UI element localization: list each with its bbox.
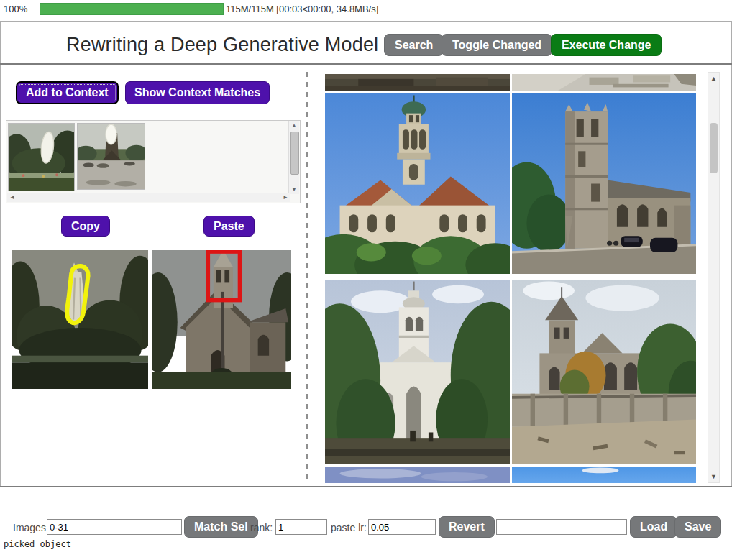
rank-input[interactable] (275, 519, 327, 535)
images-label: Images (13, 522, 46, 533)
scroll-up-icon[interactable]: ▲ (708, 75, 719, 82)
header-divider (0, 63, 732, 65)
generated-image-r2c2[interactable] (512, 93, 696, 274)
scroll-right-icon[interactable]: ► (281, 193, 290, 202)
generated-image-r3c1[interactable] (325, 280, 510, 464)
search-button[interactable]: Search (384, 34, 444, 56)
save-button[interactable]: Save (674, 516, 721, 538)
context-strip-vertical-scrollbar[interactable]: ▲ ▼ (288, 121, 299, 194)
progress-detail: 115M/115M [00:03<00:00, 34.8MB/s] (226, 4, 378, 14)
progress-bar (40, 3, 224, 15)
results-vertical-scrollbar[interactable]: ▲ ▼ (708, 72, 720, 483)
scroll-up-icon[interactable]: ▲ (289, 123, 299, 129)
copy-button[interactable]: Copy (61, 216, 110, 237)
app-window: 100% 115M/115M [00:03<00:00, 34.8MB/s] R… (0, 0, 732, 560)
status-text: picked object (4, 539, 71, 549)
paste-lr-input[interactable] (368, 519, 436, 535)
match-sel-button[interactable]: Match Sel (184, 516, 258, 538)
context-thumbnail-strip: ▲ ▼ ◄ ► (6, 120, 301, 203)
revert-button[interactable]: Revert (439, 516, 495, 538)
generated-image-r1c2[interactable] (512, 74, 696, 91)
page-title: Rewriting a Deep Generative Model (66, 34, 378, 56)
paste-target-image[interactable] (152, 250, 291, 389)
context-strip-scroll-thumb[interactable] (290, 132, 299, 175)
generated-image-r3c2[interactable] (512, 280, 696, 464)
progress-bar-fill (40, 3, 224, 15)
add-to-context-button[interactable]: Add to Context (16, 81, 119, 104)
generated-image-r4c2[interactable] (512, 467, 696, 483)
show-context-matches-button[interactable]: Show Context Matches (125, 81, 270, 104)
rank-label: rank: (250, 522, 273, 533)
download-progress: 100% 115M/115M [00:03<00:00, 34.8MB/s] (0, 0, 732, 19)
generated-image-r4c1[interactable] (325, 467, 510, 483)
scroll-down-icon[interactable]: ▼ (289, 187, 299, 193)
copy-source-image[interactable] (12, 250, 148, 389)
generated-image-r2c1[interactable] (325, 93, 510, 274)
generated-image-r1c1[interactable] (325, 74, 510, 91)
context-strip-horizontal-scrollbar[interactable]: ◄ ► (7, 193, 290, 202)
bottom-divider (0, 486, 732, 487)
progress-percent: 100% (4, 4, 27, 14)
load-button[interactable]: Load (630, 516, 677, 538)
scroll-down-icon[interactable]: ▼ (708, 473, 719, 480)
paste-button[interactable]: Paste (203, 216, 255, 237)
context-thumbnail-1[interactable] (8, 123, 75, 191)
execute-change-button[interactable]: Execute Change (551, 34, 662, 56)
scroll-left-icon[interactable]: ◄ (8, 193, 17, 202)
results-scroll-thumb[interactable] (710, 123, 718, 173)
file-name-input[interactable] (496, 519, 627, 535)
paste-lr-label: paste lr: (331, 522, 367, 533)
context-thumbnail-2[interactable] (77, 123, 145, 190)
toggle-changed-button[interactable]: Toggle Changed (442, 34, 552, 56)
pane-divider (306, 72, 308, 483)
images-range-input[interactable] (47, 519, 182, 535)
